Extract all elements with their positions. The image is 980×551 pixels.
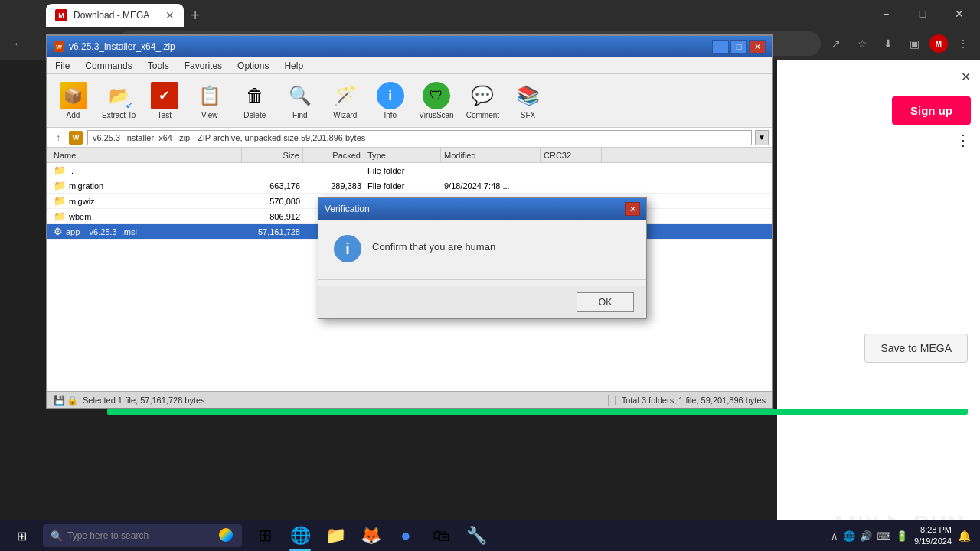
toolbar-test-label: Test [158, 111, 172, 119]
bookmark-icon[interactable]: ☆ [851, 33, 873, 54]
tray-chevron-icon[interactable]: ∧ [831, 530, 838, 542]
taskbar-search[interactable]: 🔍 Type here to search [43, 524, 242, 547]
file-name-text: app__v6.25.3_.msi [66, 227, 137, 236]
table-row[interactable]: 📁 .. File folder [47, 163, 772, 178]
cell-name: ⚙ app__v6.25.3_.msi [51, 224, 242, 239]
dialog-body: i Confirm that you are human [318, 220, 646, 273]
sign-up-button[interactable]: Sign up [892, 96, 971, 125]
winrar-menubar: File Commands Tools Favorites Options He… [47, 57, 772, 74]
dialog-close-btn[interactable]: ✕ [625, 202, 640, 216]
toolbar-info-label: Info [384, 111, 397, 119]
menu-help[interactable]: Help [276, 59, 311, 73]
info-icon: i [377, 82, 404, 109]
winrar-close-btn[interactable]: ✕ [749, 40, 766, 54]
taskbar-explorer-btn[interactable]: 📁 [318, 520, 352, 551]
folder-icon: 📁 [54, 180, 66, 191]
taskbar-right: ∧ 🌐 🔊 ⌨ 🔋 8:28 PM 9/19/2024 🔔 [831, 524, 977, 548]
col-header-packed[interactable]: Packed [303, 148, 364, 162]
mega-panel-close-btn[interactable]: ✕ [961, 70, 971, 84]
mega-panel-more-btn[interactable]: ⋮ [956, 131, 971, 149]
col-header-crc[interactable]: CRC32 [541, 148, 602, 162]
cell-size [242, 163, 303, 178]
back-btn[interactable]: ← [6, 31, 31, 56]
download-icon[interactable]: ⬇ [877, 33, 899, 54]
dialog-separator [318, 279, 646, 280]
toolbar-wizard-btn[interactable]: 🪄 Wizard [324, 80, 366, 122]
toolbar-view-btn[interactable]: 📋 View [188, 80, 230, 122]
wizard-icon: 🪄 [332, 82, 359, 109]
menu-options[interactable]: Options [230, 59, 276, 73]
browser-minimize-btn[interactable]: − [868, 0, 903, 27]
toolbar-delete-btn[interactable]: 🗑 Delete [234, 80, 276, 122]
test-icon: ✔ [151, 82, 178, 109]
winrar-window-controls: − □ ✕ [712, 40, 766, 54]
browser-maximize-btn[interactable]: □ [905, 0, 940, 27]
toolbar-find-btn[interactable]: 🔍 Find [279, 80, 321, 122]
col-header-name[interactable]: Name [51, 148, 242, 162]
mega-right-panel: ✕ Sign up ⋮ [777, 60, 980, 551]
menu-file[interactable]: File [47, 59, 77, 73]
save-to-mega-button[interactable]: Save to MEGA [864, 334, 968, 363]
tray-volume-icon[interactable]: 🔊 [860, 530, 872, 542]
table-row[interactable]: 📁 migration 663,176 289,383 File folder … [47, 178, 772, 194]
taskbar-clock[interactable]: 8:28 PM 9/19/2024 [914, 524, 952, 548]
col-header-type[interactable]: Type [364, 148, 441, 162]
taskbar-search-icon: 🔍 [51, 530, 63, 542]
toolbar-virusscan-label: VirusScan [419, 111, 453, 119]
clock-date: 9/19/2024 [914, 536, 952, 547]
dialog-ok-btn[interactable]: OK [577, 292, 634, 312]
browser-close-btn[interactable]: ✕ [942, 0, 977, 27]
cell-packed: 289,383 [303, 178, 364, 193]
tray-network-icon[interactable]: 🌐 [843, 530, 855, 542]
taskbar-taskview-btn[interactable]: ⊞ [248, 520, 282, 551]
taskbar-firefox-btn[interactable]: 🦊 [354, 520, 387, 551]
toolbar-sfx-label: SFX [521, 111, 535, 119]
status-divider [608, 395, 609, 406]
menu-favorites[interactable]: Favorites [177, 59, 230, 73]
taskbar-store-btn[interactable]: 🛍 [424, 520, 458, 551]
taskbar-edge-btn[interactable]: 🌐 [283, 520, 317, 551]
store-icon: 🛍 [433, 526, 449, 546]
taskbar-chrome-btn[interactable]: ● [389, 520, 423, 551]
winrar-up-btn[interactable]: ↑ [51, 130, 66, 145]
menu-tools[interactable]: Tools [140, 59, 177, 73]
winrar-path-dropdown[interactable]: ▼ [755, 130, 769, 145]
winrar-titlebar: W v6.25.3_installer_x64_.zip − □ ✕ [47, 36, 772, 57]
menu-commands[interactable]: Commands [77, 59, 139, 73]
toolbar-test-btn[interactable]: ✔ Test [143, 80, 185, 122]
start-button[interactable]: ⊞ [3, 520, 40, 551]
tools-icon: 🔧 [466, 526, 487, 546]
winrar-maximize-btn[interactable]: □ [730, 40, 747, 54]
tray-keyboard-icon[interactable]: ⌨ [877, 530, 891, 542]
download-progress-bar [107, 409, 968, 415]
toolbar-extractto-btn[interactable]: 📂 ↙ Extract To [97, 80, 140, 122]
col-header-size[interactable]: Size [242, 148, 303, 162]
winrar-path-display[interactable]: v6.25.3_installer_x64_.zip - ZIP archive… [87, 130, 752, 145]
toolbar-comment-btn[interactable]: 💬 Comment [462, 80, 504, 122]
toolbar-add-btn[interactable]: 📦 Add [52, 80, 94, 122]
extractto-icon: 📂 ↙ [105, 82, 132, 109]
cell-crc [541, 163, 602, 178]
browser-tab-mega[interactable]: M Download - MEGA ✕ [46, 4, 184, 27]
virusscan-icon: 🛡 [423, 82, 450, 109]
folder-icon: 📁 [54, 165, 66, 176]
winrar-minimize-btn[interactable]: − [712, 40, 729, 54]
cell-modified [441, 163, 541, 178]
more-tools-icon[interactable]: ⋮ [952, 33, 974, 54]
share-icon[interactable]: ↗ [825, 33, 847, 54]
mega-account-icon[interactable]: M [929, 34, 948, 53]
toolbar-sfx-btn[interactable]: 📚 SFX [507, 80, 549, 122]
sidebar-icon[interactable]: ▣ [903, 33, 925, 54]
new-tab-btn[interactable]: + [184, 4, 207, 27]
toolbar-info-btn[interactable]: i Info [369, 80, 411, 122]
tab-close-btn[interactable]: ✕ [165, 9, 175, 21]
notification-btn[interactable]: 🔔 [958, 530, 971, 542]
toolbar-virusscan-btn[interactable]: 🛡 VirusScan [414, 80, 458, 122]
cell-size: 570,080 [242, 194, 303, 208]
cell-type: File folder [364, 178, 441, 193]
file-name-text: .. [69, 166, 74, 175]
taskbar-tools-btn[interactable]: 🔧 [459, 520, 493, 551]
file-name-text: migwiz [69, 197, 95, 206]
tray-battery-icon[interactable]: 🔋 [896, 530, 908, 542]
col-header-modified[interactable]: Modified [441, 148, 541, 162]
